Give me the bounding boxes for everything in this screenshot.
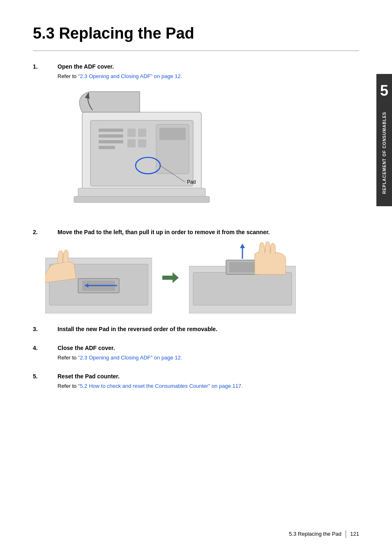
svg-rect-3 (99, 134, 123, 138)
svg-rect-27 (193, 272, 292, 305)
step-1-number: 1. (33, 63, 58, 70)
step-5-header: 5. Reset the Pad counter. (33, 373, 359, 380)
step-5-link[interactable]: "5.2 How to check and reset the Consumab… (78, 383, 243, 389)
footer-text: 5.3 Replacing the Pad (289, 531, 341, 537)
step-1-image: Pad (33, 88, 359, 216)
step-1-title: Open the ADF cover. (58, 63, 114, 70)
step-2-title: Move the Pad to the left, than pull it u… (58, 229, 270, 235)
step-5-body: Refer to (58, 383, 78, 389)
svg-rect-11 (159, 128, 186, 140)
step-5-content: Refer to "5.2 How to check and reset the… (33, 383, 359, 389)
title-divider (33, 51, 359, 51)
step-2-header: 2. Move the Pad to the left, than pull i… (33, 229, 359, 235)
page-title: 5.3 Replacing the Pad (33, 25, 359, 42)
step-4-link[interactable]: "2.3 Opening and Closing ADF" on page 12… (78, 355, 182, 361)
page-container: 5 REPLACEMENT OF CONSUMABLES 5.3 Replaci… (0, 0, 392, 555)
footer-page: 121 (350, 531, 359, 537)
step2-arrow (160, 267, 181, 288)
step-2: 2. Move the Pad to the left, than pull i… (33, 229, 359, 313)
step-5-title: Reset the Pad counter. (58, 373, 120, 380)
step-5-number: 5. (33, 373, 58, 380)
side-tab-label: REPLACEMENT OF CONSUMABLES (382, 108, 387, 198)
svg-rect-24 (162, 276, 174, 280)
svg-rect-2 (99, 129, 123, 132)
step-2-number: 2. (33, 229, 58, 235)
svg-rect-8 (127, 139, 136, 147)
svg-marker-31 (240, 244, 245, 248)
step-4-title: Close the ADF cover. (58, 345, 115, 351)
step-4: 4. Close the ADF cover. Refer to "2.3 Op… (33, 345, 359, 361)
svg-rect-4 (99, 140, 123, 143)
svg-rect-17 (74, 196, 210, 203)
step-1-link[interactable]: "2.3 Opening and Closing ADF" on page 12… (78, 73, 182, 79)
step-2-right-image (189, 242, 296, 313)
step-1-header: 1. Open the ADF cover. (33, 63, 359, 70)
step-1-body: Refer to (58, 73, 78, 79)
step-2-left-image (45, 242, 152, 313)
svg-rect-6 (127, 129, 136, 137)
footer-divider: | (345, 529, 347, 539)
step-4-number: 4. (33, 345, 58, 351)
step-2-images (33, 242, 359, 313)
svg-rect-7 (138, 129, 146, 137)
svg-text:Pad: Pad (187, 179, 196, 185)
step-3-header: 3. Install the new Pad in the reversed o… (33, 326, 359, 332)
svg-rect-9 (138, 139, 146, 147)
step-1-content: Refer to "2.3 Opening and Closing ADF" o… (33, 73, 359, 79)
scanner-diagram: Pad (58, 88, 230, 215)
chapter-number: 5 (380, 82, 388, 99)
step-4-body: Refer to (58, 355, 78, 361)
svg-rect-29 (229, 262, 256, 272)
step-4-content: Refer to "2.3 Opening and Closing ADF" o… (33, 355, 359, 361)
side-tab: 5 REPLACEMENT OF CONSUMABLES (376, 74, 392, 206)
svg-marker-25 (173, 272, 179, 283)
step-1: 1. Open the ADF cover. Refer to "2.3 Ope… (33, 63, 359, 216)
svg-rect-5 (99, 146, 115, 149)
step-5: 5. Reset the Pad counter. Refer to "5.2 … (33, 373, 359, 389)
step-3: 3. Install the new Pad in the reversed o… (33, 326, 359, 332)
page-footer: 5.3 Replacing the Pad | 121 (289, 529, 359, 539)
step-3-title: Install the new Pad in the reversed orde… (58, 326, 217, 332)
step-4-header: 4. Close the ADF cover. (33, 345, 359, 351)
step-3-number: 3. (33, 326, 58, 332)
